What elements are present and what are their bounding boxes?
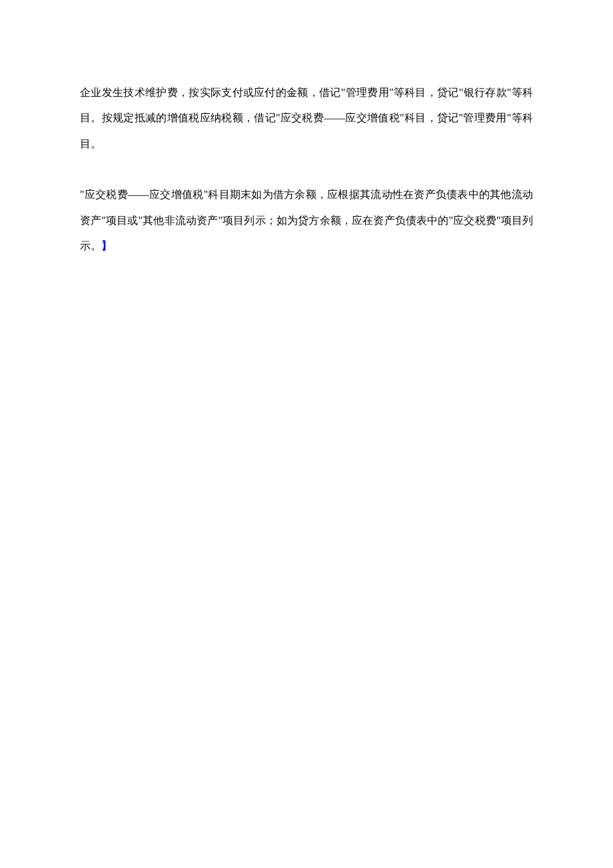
paragraph-1-text: 企业发生技术维护费，按实际支付或应付的金额，借记"管理费用"等科目，贷记"银行存… [80,87,533,149]
paragraph-2: "应交税费——应交增值税"科目期末如为借方余额，应根据其流动性在资产负债表中的其… [80,182,533,259]
end-bracket-mark: 】 [101,240,112,251]
paragraph-1: 企业发生技术维护费，按实际支付或应付的金额，借记"管理费用"等科目，贷记"银行存… [80,80,533,157]
paragraph-2-text: "应交税费——应交增值税"科目期末如为借方余额，应根据其流动性在资产负债表中的其… [80,189,533,251]
